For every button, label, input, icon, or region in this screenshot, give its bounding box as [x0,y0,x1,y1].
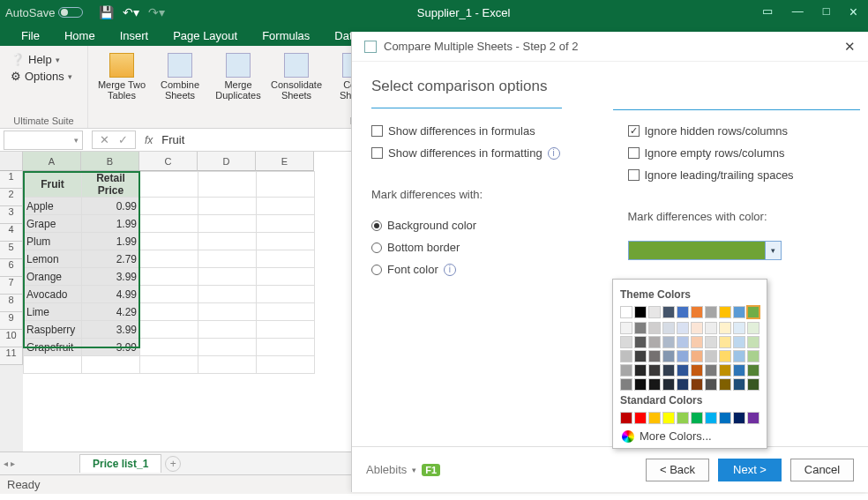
color-swatch[interactable] [691,350,703,362]
wizard-close-icon[interactable]: ✕ [844,39,856,55]
color-swatch[interactable] [705,350,717,362]
color-swatch[interactable] [662,306,675,318]
accept-formula-icon[interactable]: ✓ [118,133,128,146]
row-headers[interactable]: 1234567891011 [0,152,23,451]
tab-formulas[interactable]: Formulas [250,26,322,46]
color-swatch[interactable] [747,322,760,334]
color-swatch[interactable] [691,336,703,348]
next-button[interactable]: Next > [718,459,782,481]
color-dropdown[interactable]: ▾ [628,241,782,260]
ribbon-collapse-icon[interactable]: ▭ [762,4,773,20]
tab-home[interactable]: Home [52,26,108,46]
redo-icon[interactable]: ↷▾ [148,5,165,19]
sheet-tab-price-list-1[interactable]: Price list_1 [79,454,161,473]
color-swatch[interactable] [634,350,647,362]
color-swatch[interactable] [634,412,647,424]
color-swatch[interactable] [705,336,717,348]
color-swatch[interactable] [733,378,745,391]
check-ignore-hidden[interactable]: Ignore hidden rows/columns [628,124,849,138]
color-swatch[interactable] [677,336,689,348]
color-swatch[interactable] [691,378,703,391]
color-swatch[interactable] [747,412,760,424]
color-swatch[interactable] [705,378,717,391]
back-button[interactable]: < Back [646,459,709,481]
tab-page-layout[interactable]: Page Layout [161,26,250,46]
merge-duplicates-button[interactable]: Merge Duplicates [212,49,265,101]
color-swatch[interactable] [634,336,647,348]
color-swatch[interactable] [677,306,689,318]
combine-sheets-button[interactable]: Combine Sheets [153,49,206,101]
color-swatch[interactable] [733,350,745,362]
color-swatch[interactable] [620,322,632,334]
tab-file[interactable]: File [9,26,52,46]
tab-insert[interactable]: Insert [108,26,161,46]
color-swatch[interactable] [620,336,632,348]
color-swatch[interactable] [733,336,745,348]
color-swatch[interactable] [705,306,717,318]
color-swatch[interactable] [691,322,703,334]
color-swatch[interactable] [719,364,731,377]
color-swatch[interactable] [691,306,703,318]
merge-two-tables-button[interactable]: Merge Two Tables [95,49,148,101]
color-swatch[interactable] [634,306,647,318]
color-swatch[interactable] [662,364,675,377]
color-swatch[interactable] [677,322,689,334]
color-swatch[interactable] [719,412,731,424]
undo-icon[interactable]: ↶▾ [123,5,139,19]
color-swatch[interactable] [705,364,717,377]
formula-value[interactable]: Fruit [161,133,184,146]
color-swatch[interactable] [733,364,745,377]
color-swatch[interactable] [705,412,717,424]
color-swatch[interactable] [677,364,689,377]
color-swatch[interactable] [634,364,647,377]
color-swatch[interactable] [648,378,661,391]
radio-bottom-border[interactable]: Bottom border [371,241,593,254]
color-swatch[interactable] [719,306,731,318]
color-swatch[interactable] [733,306,745,318]
color-swatch[interactable] [733,412,745,424]
minimize-icon[interactable]: — [792,4,804,20]
cell-a1[interactable]: Fruit [24,172,82,198]
name-box[interactable] [4,131,83,150]
more-colors-button[interactable]: More Colors... [620,424,760,444]
color-swatch[interactable] [620,350,632,362]
color-swatch[interactable] [719,350,731,362]
color-swatch[interactable] [747,350,760,362]
color-swatch[interactable] [677,378,689,391]
color-swatch[interactable] [634,378,647,391]
check-show-diff-formatting[interactable]: Show differences in formattingi [371,146,593,160]
color-swatch[interactable] [747,306,760,318]
autosave-switch-off-icon[interactable] [58,7,83,18]
maximize-icon[interactable]: □ [823,4,830,20]
column-headers[interactable]: ABCDE [23,152,315,171]
cell-b1[interactable]: Retail Price [82,172,140,198]
color-swatch[interactable] [662,412,675,424]
color-swatch[interactable] [662,350,675,362]
fx-icon[interactable]: fx [145,134,153,146]
color-swatch[interactable] [677,350,689,362]
color-swatch[interactable] [662,322,675,334]
color-swatch[interactable] [677,412,689,424]
color-swatch[interactable] [620,364,632,377]
color-swatch[interactable] [648,336,661,348]
color-swatch[interactable] [719,378,731,391]
f1-help-badge[interactable]: F1 [422,464,440,476]
color-swatch[interactable] [733,322,745,334]
cancel-button[interactable]: Cancel [790,459,854,481]
color-swatch[interactable] [662,378,675,391]
consolidate-sheets-button[interactable]: Consolidate Sheets [270,49,323,101]
color-swatch[interactable] [648,306,661,318]
info-icon[interactable]: i [444,264,456,276]
color-swatch[interactable] [719,336,731,348]
sheet-nav-icons[interactable]: ◂ ▸ [4,459,15,468]
color-swatch[interactable] [662,336,675,348]
color-swatch[interactable] [620,412,632,424]
help-button[interactable]: ❔Help▾ [7,53,80,66]
save-icon[interactable]: 💾 [99,5,114,19]
color-swatch[interactable] [648,322,661,334]
autosave-toggle[interactable]: AutoSave [5,6,83,19]
close-window-icon[interactable]: × [849,4,857,20]
radio-background-color[interactable]: Background color [371,219,593,232]
color-swatch[interactable] [620,306,632,318]
color-swatch[interactable] [620,378,632,391]
